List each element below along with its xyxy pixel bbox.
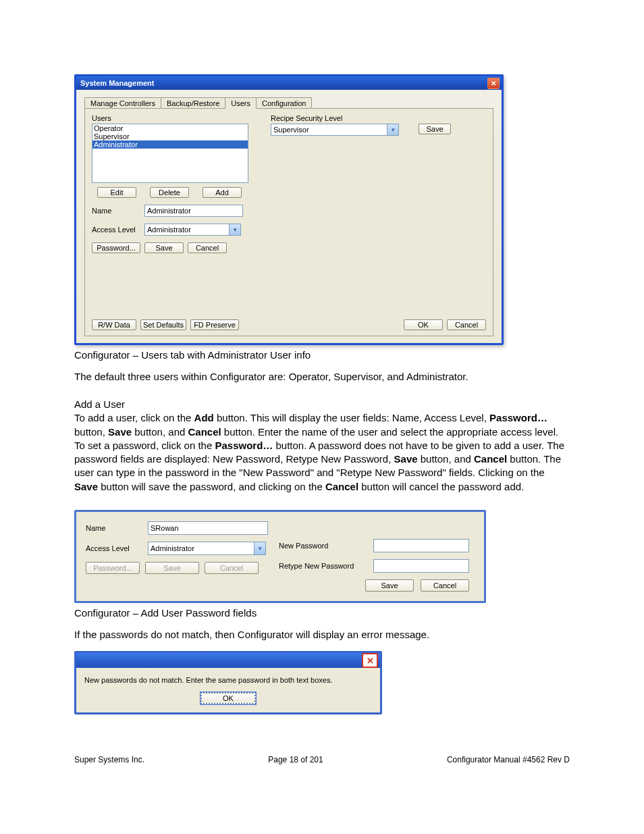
body-paragraph: If the passwords do not match, then Conf… <box>74 628 570 642</box>
cancel-button[interactable]: Cancel <box>447 319 486 330</box>
ok-button[interactable]: OK <box>200 692 256 704</box>
close-icon[interactable]: ✕ <box>487 78 500 89</box>
access-level-label: Access Level <box>92 226 144 234</box>
chevron-down-icon[interactable]: ▾ <box>229 224 240 235</box>
retype-password-input[interactable] <box>373 559 469 573</box>
add-button[interactable]: Add <box>203 187 242 198</box>
recipe-security-value: Supervisor <box>273 126 309 134</box>
window-titlebar[interactable]: System Management ✕ <box>76 76 502 90</box>
name-input[interactable]: Administrator <box>144 205 243 217</box>
rw-data-button[interactable]: R/W Data <box>92 319 136 330</box>
close-icon[interactable]: ✕ <box>362 653 378 668</box>
window-title: System Management <box>80 79 487 87</box>
save-button: Save <box>145 562 199 574</box>
chevron-down-icon[interactable]: ▾ <box>254 542 265 554</box>
error-messagebox: ✕ New passwords do not match. Enter the … <box>74 651 382 714</box>
add-user-password-panel: Name SRowan Access Level Administrator ▾… <box>74 510 486 603</box>
new-password-input[interactable] <box>373 539 469 552</box>
footer-right: Configurator Manual #4562 Rev D <box>447 755 570 764</box>
messagebox-titlebar[interactable]: ✕ <box>76 653 380 668</box>
tab-backup-restore[interactable]: Backup/Restore <box>161 97 225 109</box>
list-item-selected[interactable]: Administrator <box>92 140 248 149</box>
access-level-value: Administrator <box>147 226 191 234</box>
cancel-button: Cancel <box>205 562 259 574</box>
access-level-select[interactable]: Administrator ▾ <box>148 542 266 555</box>
users-label: Users <box>92 114 257 122</box>
page-footer: Super Systems Inc. Page 18 of 201 Config… <box>74 755 570 764</box>
list-item[interactable]: Operator <box>92 124 248 132</box>
tab-manage-controllers[interactable]: Manage Controllers <box>84 97 161 109</box>
new-password-label: New Password <box>279 542 373 550</box>
body-paragraph: To add a user, click on the Add button. … <box>74 411 570 494</box>
fd-preserve-button[interactable]: FD Preserve <box>190 319 239 330</box>
name-label: Name <box>86 524 148 532</box>
password-button: Password... <box>86 562 140 574</box>
name-label: Name <box>92 207 144 215</box>
save-button[interactable]: Save <box>365 579 414 592</box>
tab-strip: Manage Controllers Backup/Restore Users … <box>84 97 493 108</box>
tab-users[interactable]: Users <box>225 97 257 109</box>
access-level-label: Access Level <box>86 544 148 552</box>
section-heading-add-user: Add a User <box>74 398 570 410</box>
access-level-select[interactable]: Administrator ▾ <box>144 224 241 236</box>
tab-panel-users: Users Operator Supervisor Administrator … <box>84 108 493 336</box>
cancel-button[interactable]: Cancel <box>188 242 227 253</box>
chevron-down-icon[interactable]: ▾ <box>387 124 398 135</box>
name-input[interactable]: SRowan <box>148 521 268 535</box>
users-listbox[interactable]: Operator Supervisor Administrator <box>92 124 248 183</box>
footer-left: Super Systems Inc. <box>74 755 144 764</box>
system-management-window: System Management ✕ Manage Controllers B… <box>74 74 504 345</box>
figure-caption: Configurator – Add User Password fields <box>74 607 570 619</box>
messagebox-text: New passwords do not match. Enter the sa… <box>76 668 380 692</box>
edit-button[interactable]: Edit <box>97 187 136 198</box>
list-item[interactable]: Supervisor <box>92 132 248 140</box>
footer-center: Page 18 of 201 <box>268 755 323 764</box>
recipe-security-label: Recipe Security Level <box>271 114 399 122</box>
recipe-save-button[interactable]: Save <box>419 124 451 134</box>
body-paragraph: The default three users within Configura… <box>74 370 570 384</box>
delete-button[interactable]: Delete <box>150 187 189 198</box>
recipe-security-select[interactable]: Supervisor ▾ <box>271 124 399 136</box>
access-level-value: Administrator <box>151 544 194 552</box>
set-defaults-button[interactable]: Set Defaults <box>140 319 186 330</box>
tab-configuration[interactable]: Configuration <box>256 97 312 109</box>
cancel-button[interactable]: Cancel <box>421 579 469 592</box>
figure-caption: Configurator – Users tab with Administra… <box>74 349 570 361</box>
save-button[interactable]: Save <box>144 242 184 253</box>
retype-password-label: Retype New Password <box>279 562 373 570</box>
password-button[interactable]: Password... <box>92 242 140 253</box>
ok-button[interactable]: OK <box>404 319 443 330</box>
